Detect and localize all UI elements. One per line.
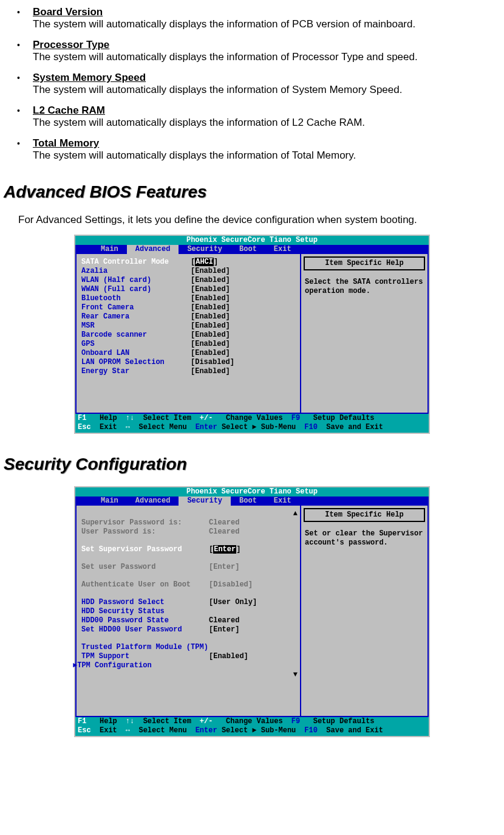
setting-row[interactable]: HDD Security Status: [81, 607, 300, 616]
setting-row[interactable]: Azalia[Enabled]: [81, 267, 300, 276]
bios-footer: F1 Help ↑↓ Select Item +/- Change Values…: [75, 414, 429, 433]
key-f9: F9: [291, 414, 300, 423]
setting-label: HDD00 Password State: [81, 616, 209, 625]
setting-value: Cleared: [209, 527, 239, 537]
setting-label: SATA Controller Mode: [81, 258, 191, 267]
tab-advanced[interactable]: Advanced: [127, 497, 179, 506]
bios-security-screenshot: Phoenix SecureCore Tiano Setup Main Adva…: [74, 486, 430, 737]
hint-submenu: Select ► Sub-Menu: [222, 726, 304, 735]
setting-value: [Enabled]: [191, 312, 230, 321]
key-f9: F9: [291, 717, 300, 726]
list-item: Processor Type The system will automatic…: [15, 39, 500, 63]
help-title: Item Specific Help: [304, 256, 425, 270]
item-desc: The system will automatically displays t…: [33, 18, 415, 30]
setting-row[interactable]: User Password is:Cleared: [81, 527, 300, 537]
bios-settings-panel: ▲Supervisor Password is:ClearedUser Pass…: [77, 506, 300, 716]
item-desc: The system will automatically displays t…: [33, 117, 365, 128]
setting-row[interactable]: HDD Password Select[User Only]: [81, 598, 300, 607]
setting-value: Cleared: [209, 616, 239, 625]
setting-row[interactable]: WWAN (Full card)[Enabled]: [81, 285, 300, 294]
bios-tabs: Main Advanced Security Boot Exit: [75, 245, 429, 254]
setting-value: [Enabled]: [191, 276, 230, 285]
tab-advanced[interactable]: Advanced: [127, 245, 179, 254]
hint-select-item: Select Item: [143, 414, 200, 423]
setting-row[interactable]: Front Camera[Enabled]: [81, 303, 300, 312]
tab-security[interactable]: Security: [179, 497, 231, 506]
setting-label: Authenticate User on Boot: [81, 580, 209, 589]
security-heading: Security Configuration: [4, 455, 504, 474]
bios-help-panel: Item Specific Help Select the SATA contr…: [300, 254, 427, 413]
setting-row[interactable]: Authenticate User on Boot[Disabled]: [81, 580, 300, 589]
setting-row[interactable]: Rear Camera[Enabled]: [81, 312, 300, 321]
bios-title: Phoenix SecureCore Tiano Setup: [75, 487, 429, 497]
hint-exit: Exit: [100, 726, 126, 735]
item-title: Processor Type: [33, 39, 109, 50]
key-updown: ↑↓: [126, 717, 134, 726]
bios-advanced-screenshot: Phoenix SecureCore Tiano Setup Main Adva…: [74, 235, 430, 434]
setting-row[interactable]: Barcode scanner[Enabled]: [81, 331, 300, 340]
tab-exit[interactable]: Exit: [265, 497, 300, 506]
setting-label: Front Camera: [81, 303, 191, 312]
tab-boot[interactable]: Boot: [231, 245, 265, 254]
setting-label: GPS: [81, 340, 191, 349]
setting-row[interactable]: WLAN (Half card)[Enabled]: [81, 276, 300, 285]
tab-main[interactable]: Main: [92, 245, 127, 254]
setting-row[interactable]: Set HDD00 User Password[Enter]: [81, 625, 300, 634]
setting-label: Azalia: [81, 267, 191, 276]
setting-row[interactable]: GPS[Enabled]: [81, 340, 300, 349]
setting-row[interactable]: Onboard LAN[Enabled]: [81, 349, 300, 358]
setting-value: Cleared: [209, 518, 239, 527]
setting-label: Set HDD00 User Password: [81, 625, 209, 634]
help-text: Select the SATA controllers operation mo…: [304, 278, 425, 296]
hint-help: Help: [100, 414, 126, 423]
item-title: Board Version: [33, 6, 103, 18]
list-item: Total Memory The system will automatical…: [15, 137, 500, 162]
item-title: L2 Cache RAM: [33, 105, 105, 116]
setting-value: [Enabled]: [191, 340, 230, 349]
hint-select-menu: Select Menu: [138, 423, 195, 432]
setting-row[interactable]: TPM Support[Enabled]: [81, 652, 300, 661]
key-plusminus: +/-: [200, 414, 213, 423]
tab-security[interactable]: Security: [179, 245, 231, 254]
setting-row[interactable]: Set Supervisor Password[Enter]: [81, 545, 300, 554]
tab-exit[interactable]: Exit: [265, 245, 300, 254]
list-item: L2 Cache RAM The system will automatical…: [15, 105, 500, 129]
setting-row[interactable]: MSR[Enabled]: [81, 321, 300, 331]
setting-value: [Enter]: [209, 545, 240, 554]
bios-settings-panel: SATA Controller Mode[AHCI]Azalia[Enabled…: [77, 254, 300, 413]
setting-value: [Enabled]: [191, 267, 230, 276]
setting-label: HDD Password Select: [81, 598, 209, 607]
key-updown: ↑↓: [126, 414, 134, 423]
tab-boot[interactable]: Boot: [231, 497, 265, 506]
setting-row[interactable]: Bluetooth[Enabled]: [81, 294, 300, 303]
setting-row[interactable]: Supervisor Password is:Cleared: [81, 518, 300, 527]
scroll-up-icon: ▲: [81, 509, 300, 518]
key-leftright: ↔: [126, 726, 130, 735]
key-f10: F10: [304, 726, 318, 735]
hint-save: Save and Exit: [326, 726, 392, 735]
setting-row[interactable]: LAN OPROM Selection[Disabled]: [81, 358, 300, 367]
item-desc: The system will automatically displays t…: [33, 51, 418, 63]
setting-value: [Enabled]: [191, 331, 230, 340]
setting-label: Trusted Platform Module (TPM): [81, 643, 209, 652]
tab-main[interactable]: Main: [92, 497, 127, 506]
setting-label: User Password is:: [81, 527, 209, 537]
submenu-row[interactable]: ► TPM Configuration: [81, 661, 300, 670]
item-title: Total Memory: [33, 137, 99, 149]
key-esc: Esc: [78, 423, 91, 432]
item-desc: The system will automatically displays t…: [33, 149, 356, 161]
setting-row[interactable]: SATA Controller Mode[AHCI]: [81, 258, 300, 267]
bios-title: Phoenix SecureCore Tiano Setup: [75, 236, 429, 245]
list-item: Board Version The system will automatica…: [15, 6, 500, 30]
setting-label: WWAN (Full card): [81, 285, 191, 294]
setting-value: [User Only]: [209, 598, 257, 607]
setting-value: [Enabled]: [191, 321, 230, 331]
advanced-intro: For Advanced Settings, it lets you defin…: [18, 214, 504, 226]
setting-row[interactable]: Set user Password[Enter]: [81, 563, 300, 572]
setting-row[interactable]: Trusted Platform Module (TPM): [81, 643, 300, 652]
setting-label: TPM Configuration: [77, 661, 205, 670]
setting-row[interactable]: Energy Star[Enabled]: [81, 367, 300, 376]
setting-row[interactable]: HDD00 Password StateCleared: [81, 616, 300, 625]
setting-value: [AHCI]: [191, 258, 218, 267]
setting-value: [Enabled]: [191, 367, 230, 376]
